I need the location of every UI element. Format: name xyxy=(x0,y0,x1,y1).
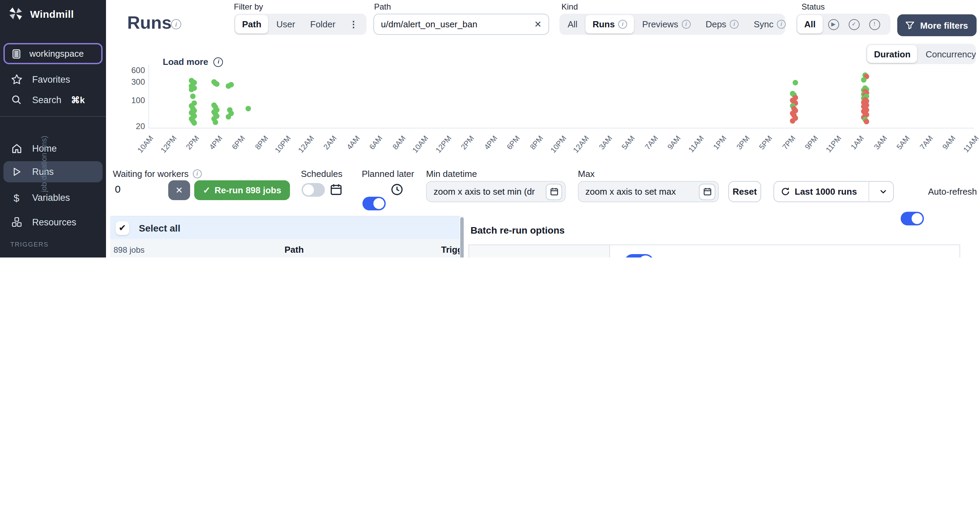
runnables-panel: Runnables u/dm/alert_on_user_b... (898) xyxy=(469,245,610,258)
planned-later-toggle[interactable] xyxy=(363,197,386,211)
workspace-name: workingspace xyxy=(29,49,84,59)
min-datetime-label: Min datetime xyxy=(426,169,477,179)
y-tick-label: 300 xyxy=(118,77,145,87)
path-label: Path xyxy=(374,2,391,12)
triggers-heading: TRIGGERS xyxy=(10,241,49,248)
filter-more-menu[interactable]: ⋮ xyxy=(344,15,363,33)
path-input[interactable]: u/dm/alert_on_user_ban ✕ xyxy=(374,14,549,35)
info-icon: i xyxy=(681,20,690,29)
max-datetime-label: Max xyxy=(578,169,595,179)
cancel-selection-button[interactable]: ✕ xyxy=(168,180,190,200)
kind-deps[interactable]: Depsi xyxy=(698,15,745,33)
x-tick-label: 5AM xyxy=(610,134,636,163)
clear-path-icon[interactable]: ✕ xyxy=(534,19,542,29)
runs-range-button[interactable]: Last 1000 runs xyxy=(773,181,894,202)
sidebar-item-label: Search xyxy=(32,95,62,105)
scatter-point-success[interactable] xyxy=(189,86,194,92)
x-tick-label: 8PM xyxy=(243,134,269,163)
planned-clock-icon xyxy=(390,183,404,196)
x-tick-label: 2PM xyxy=(449,134,476,163)
reset-button[interactable]: Reset xyxy=(728,181,761,202)
x-tick-label: 5PM xyxy=(747,134,774,163)
filter-by-group: Path User Folder ⋮ xyxy=(234,14,367,35)
scatter-point-success[interactable] xyxy=(190,93,196,99)
filter-by-folder[interactable]: Folder xyxy=(303,15,342,33)
latest-version-toggle[interactable] xyxy=(624,254,654,258)
waiting-workers-count: 0 xyxy=(115,183,121,195)
x-tick-label: 1AM xyxy=(839,134,866,163)
scatter-point-success[interactable] xyxy=(213,119,218,125)
kebab-icon: ⋮ xyxy=(349,19,358,29)
max-datetime-input[interactable]: zoom x axis to set max xyxy=(578,181,719,202)
scatter-point-success[interactable] xyxy=(214,81,220,87)
scatter-plot[interactable] xyxy=(148,65,974,128)
autorefresh-toggle[interactable] xyxy=(900,212,924,225)
app-logo[interactable]: Windmill xyxy=(8,6,74,21)
status-success[interactable]: ✓ xyxy=(844,15,864,33)
x-tick-label: 10AM xyxy=(128,134,155,163)
x-tick-label: 10AM xyxy=(404,134,430,163)
min-calendar-icon[interactable] xyxy=(546,184,562,200)
select-all-checkbox[interactable]: ✔ xyxy=(116,221,129,235)
status-all[interactable]: All xyxy=(797,15,822,33)
path-input-value: u/dm/alert_on_user_ban xyxy=(381,19,534,29)
sidebar-item-label: Resources xyxy=(32,217,76,227)
x-tick-label: 2AM xyxy=(312,134,338,163)
jobs-count: 898 jobs xyxy=(113,245,145,255)
runs-list-scrollbar[interactable] xyxy=(460,216,465,258)
status-running[interactable]: ▶ xyxy=(824,15,843,33)
info-icon: i xyxy=(777,20,786,29)
min-datetime-input[interactable]: zoom x axis to set min (dr xyxy=(426,181,566,202)
rerun-jobs-button[interactable]: ✓ Re-run 898 jobs xyxy=(194,180,290,200)
filter-by-user[interactable]: User xyxy=(269,15,302,33)
select-all-label: Select all xyxy=(139,222,180,233)
sidebar-item-schedules[interactable]: Schedules xyxy=(0,254,106,258)
sidebar-item-resources[interactable]: Resources xyxy=(0,213,106,231)
check-icon: ✓ xyxy=(203,185,211,195)
play-circle-icon: ▶ xyxy=(828,19,839,30)
search-icon xyxy=(10,94,22,105)
runs-info-icon[interactable]: i xyxy=(171,19,181,29)
windmill-logo-icon xyxy=(8,6,23,21)
max-calendar-icon[interactable] xyxy=(699,184,715,200)
planned-later-label: Planned later xyxy=(362,169,414,179)
x-tick-label: 3AM xyxy=(862,134,889,163)
scatter-point-success[interactable] xyxy=(792,79,798,85)
chart-view-concurrency[interactable]: Concurrency xyxy=(919,45,980,63)
schedules-toggle[interactable] xyxy=(302,183,325,197)
star-icon xyxy=(10,73,22,85)
info-icon: i xyxy=(730,20,738,29)
sidebar-item-label: Favorites xyxy=(32,74,70,84)
autorefresh-label: Auto-refresh xyxy=(928,187,977,197)
scatter-point-success[interactable] xyxy=(861,77,866,82)
y-tick-label: 20 xyxy=(118,122,145,131)
scatter-point-failure[interactable] xyxy=(790,118,795,123)
range-dropdown-button[interactable] xyxy=(873,188,893,195)
y-tick-label: 100 xyxy=(118,96,145,106)
x-tick-label: 10PM xyxy=(541,134,568,163)
x-tick-label: 12AM xyxy=(289,134,315,163)
x-tick-label: 1PM xyxy=(701,134,728,163)
filter-by-label: Filter by xyxy=(234,2,263,12)
x-tick-label: 6PM xyxy=(220,134,247,163)
workspace-selector[interactable]: workingspace xyxy=(3,43,103,64)
kind-all[interactable]: All xyxy=(561,15,584,33)
x-tick-label: 8PM xyxy=(518,134,545,163)
x-tick-label: 4PM xyxy=(197,134,224,163)
y-tick-label: 600 xyxy=(118,65,145,75)
batch-rerun-panel: Runnables u/dm/alert_on_user_b... (898) … xyxy=(468,244,960,258)
building-icon xyxy=(11,48,22,59)
kind-runs[interactable]: Runsi xyxy=(586,15,634,33)
sidebar-item-search[interactable]: Search ⌘k xyxy=(0,91,106,109)
app-title: Windmill xyxy=(30,8,74,19)
kind-sync[interactable]: Synci xyxy=(747,15,792,33)
x-tick-label: 4AM xyxy=(334,134,361,163)
kind-previews[interactable]: Previewsi xyxy=(635,15,698,33)
status-failure[interactable]: ! xyxy=(865,15,884,33)
filter-by-path[interactable]: Path xyxy=(235,15,268,33)
x-tick-label: 11AM xyxy=(678,134,705,163)
chart-view-duration[interactable]: Duration xyxy=(867,45,918,63)
more-filters-button[interactable]: More filters xyxy=(897,14,977,36)
status-group: All ▶ ✓ ! xyxy=(796,14,891,35)
sidebar-item-favorites[interactable]: Favorites xyxy=(0,70,106,88)
